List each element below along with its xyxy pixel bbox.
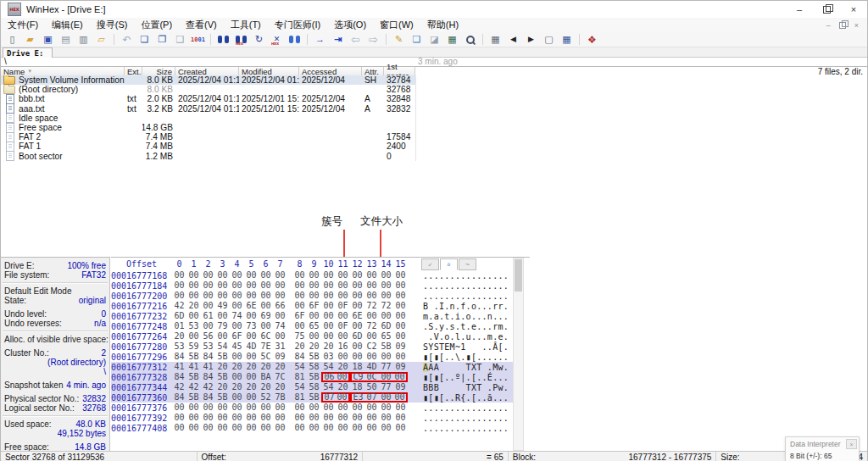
hex-row[interactable]: 0001677728053595354454D7E312020201600C25… [111,342,513,352]
hex-byte[interactable]: 00 [336,392,350,403]
hex-byte[interactable]: 74 [230,311,244,321]
ascii-text[interactable]: B .I.n.f.o...rr. [423,302,509,311]
hex-byte[interactable]: 00 [379,413,393,423]
hex-byte[interactable]: 20 [307,342,321,352]
hex-scrollbar-thumb[interactable] [515,259,522,292]
hex-byte[interactable]: 00 [259,423,273,433]
child-restore-button[interactable] [839,22,846,29]
find-hex-button[interactable] [232,33,250,47]
hex-byte[interactable]: 00 [186,280,201,291]
hex-byte[interactable]: 00 [244,392,259,403]
hex-byte[interactable]: 66 [273,301,287,311]
hex-byte[interactable]: 00 [321,403,336,413]
close-button[interactable]: × [840,1,867,18]
hex-byte[interactable]: 00 [201,413,215,423]
hex-byte[interactable]: 5C [259,352,273,362]
ascii-text[interactable]: .V.o.l.u...m.e. [423,332,509,342]
hex-byte[interactable]: 00 [307,270,321,280]
hex-byte[interactable]: 5B [307,372,321,382]
folder-view-button[interactable] [92,33,110,47]
hex-byte[interactable]: 59 [186,342,201,352]
hex-byte[interactable]: 58 [307,362,321,372]
hex-byte[interactable]: 41 [201,362,215,372]
directory-browser-button[interactable] [558,33,576,47]
minimize-button[interactable]: – [786,1,813,18]
hex-byte[interactable]: 00 [259,413,273,423]
menu-item[interactable]: 专门医师(I) [268,19,327,31]
hex-byte[interactable]: 00 [379,403,393,413]
hex-byte[interactable]: 00 [244,423,259,433]
hex-byte[interactable]: 00 [321,311,336,321]
menu-item[interactable]: 位置(P) [134,19,179,31]
hex-byte[interactable]: 00 [336,291,350,301]
hex-byte[interactable]: 00 [244,291,259,301]
child-close-button[interactable]: × [854,21,859,30]
hex-byte[interactable]: 00 [273,291,287,301]
hex-byte[interactable]: 4D [364,362,379,372]
hex-byte[interactable]: 00 [321,301,336,311]
hex-byte[interactable]: 00 [186,403,201,413]
hex-byte[interactable]: 00 [350,403,364,413]
hex-byte[interactable]: 31 [273,342,287,352]
hex-byte[interactable]: 5B [186,392,201,403]
new-button[interactable] [3,33,21,47]
hex-byte[interactable]: 00 [292,321,307,331]
hex-byte[interactable]: 00 [215,291,230,301]
hex-byte[interactable]: 09 [393,342,408,352]
hex-byte[interactable]: 53 [186,321,201,331]
hex-scrollbar[interactable] [513,258,524,451]
properties-button[interactable] [75,33,92,47]
hex-byte[interactable]: 0C [364,372,379,382]
hex-byte[interactable]: 00 [186,413,201,423]
hex-byte[interactable]: 00 [336,413,350,423]
hex-byte[interactable]: 03 [321,352,336,362]
child-minimize-button[interactable]: – [826,21,831,30]
hex-byte[interactable]: 00 [230,270,244,280]
wipe-button[interactable] [426,33,443,47]
hex-byte[interactable]: 61 [201,311,215,321]
hex-byte[interactable]: 07 [321,392,336,403]
save-button[interactable] [39,33,57,47]
ascii-text[interactable]: .S.y.s.t.e...rm. [423,322,509,331]
preview-button[interactable] [461,33,479,47]
hex-byte[interactable]: 20 [244,362,259,372]
hex-byte[interactable]: 00 [215,311,230,321]
hex-byte[interactable]: 20 [230,362,244,372]
hex-byte[interactable]: 6D [379,321,393,331]
ascii-text[interactable]: ................ [423,414,509,423]
hex-byte[interactable]: 00 [230,423,244,433]
hex-byte[interactable]: 00 [393,352,408,362]
restore-button[interactable] [813,1,840,18]
hex-byte[interactable]: 00 [244,352,259,362]
hex-byte[interactable]: 00 [336,403,350,413]
hex-byte[interactable]: 00 [244,403,259,413]
hex-byte[interactable]: 00 [307,311,321,321]
hex-byte[interactable]: 00 [379,423,393,433]
hex-byte[interactable]: 84 [172,372,186,382]
hex-byte[interactable]: 00 [321,413,336,423]
hex-byte[interactable]: 00 [244,372,259,382]
hex-byte[interactable]: 00 [230,291,244,301]
hex-byte[interactable]: 00 [230,403,244,413]
hex-byte[interactable]: 00 [201,403,215,413]
hex-byte[interactable]: 00 [273,280,287,291]
hex-byte[interactable]: C9 [350,372,364,382]
hex-byte[interactable]: 84 [172,392,186,403]
hex-byte[interactable]: 00 [350,352,364,362]
hex-byte[interactable]: 00 [215,270,230,280]
hex-byte[interactable]: 6C [259,331,273,342]
hex-byte[interactable]: 84 [201,352,215,362]
hex-byte[interactable]: 16 [336,342,350,352]
hex-byte[interactable]: 72 [364,321,379,331]
hex-byte[interactable]: 00 [393,423,408,433]
hex-byte[interactable]: 00 [186,331,201,342]
hex-byte[interactable]: 00 [321,321,336,331]
hex-byte[interactable]: 00 [259,291,273,301]
hex-byte[interactable]: 65 [307,321,321,331]
hex-row[interactable]: 00016777296845B845B00005C09845B030000000… [111,352,513,362]
hex-byte[interactable]: 00 [259,280,273,291]
hex-byte[interactable]: 00 [230,321,244,331]
hex-byte[interactable]: 54 [215,342,230,352]
hex-byte[interactable]: 5B [215,352,230,362]
table-row[interactable]: FAT 27.4 MB17584 [1,132,415,142]
